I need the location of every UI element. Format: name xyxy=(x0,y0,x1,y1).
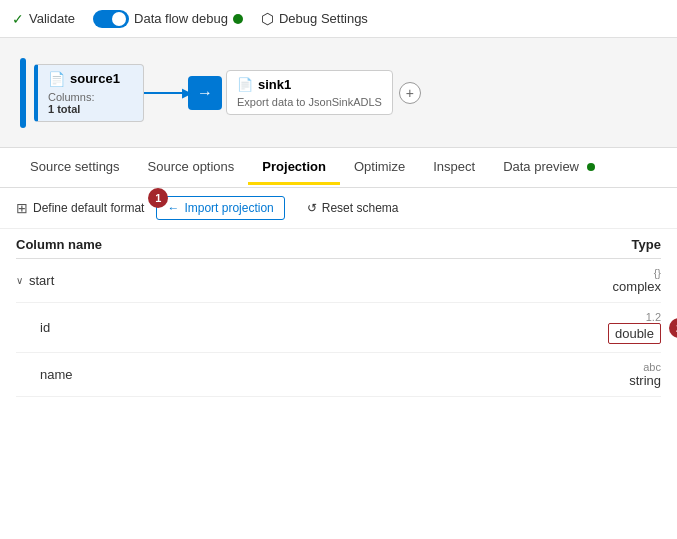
tab-inspect[interactable]: Inspect xyxy=(419,151,489,185)
data-preview-dot xyxy=(587,163,595,171)
badge-2: 2 xyxy=(669,318,677,338)
col-name-start: ∨ start xyxy=(16,273,54,288)
col-type-start: {} complex xyxy=(581,267,661,294)
reset-icon: ↺ xyxy=(307,201,317,215)
define-label: Define default format xyxy=(33,201,144,215)
source-file-icon: 📄 xyxy=(48,71,65,87)
source-columns-label: Columns: 1 total xyxy=(48,91,133,115)
import-label: Import projection xyxy=(184,201,273,215)
source-node[interactable]: 📄 source1 Columns: 1 total xyxy=(34,64,144,122)
define-default-format-button[interactable]: ⊞ Define default format xyxy=(16,200,144,216)
tab-source-options[interactable]: Source options xyxy=(134,151,249,185)
define-icon: ⊞ xyxy=(16,200,28,216)
schema-row-name[interactable]: name abc string xyxy=(16,353,661,397)
canvas-left-indicator xyxy=(20,58,26,128)
canvas-area: 📄 source1 Columns: 1 total ▶ → 📄 sink1 E… xyxy=(0,38,677,148)
schema-row-start[interactable]: ∨ start {} complex xyxy=(16,259,661,303)
action-bar: ⊞ Define default format 1 ← Import proje… xyxy=(0,188,677,229)
debug-toggle[interactable] xyxy=(93,10,129,28)
type-name-name: string xyxy=(629,373,661,388)
reset-schema-button[interactable]: ↺ Reset schema xyxy=(297,197,409,219)
add-icon: + xyxy=(406,85,414,101)
import-projection-button[interactable]: ← Import projection xyxy=(156,196,284,220)
validate-check-icon: ✓ xyxy=(12,11,24,27)
debug-label: Data flow debug xyxy=(134,11,228,26)
type-name-start: complex xyxy=(613,279,661,294)
source-columns-value: 1 total xyxy=(48,103,80,115)
sink-node-name: sink1 xyxy=(258,77,291,92)
arrow-line: ▶ xyxy=(144,92,184,94)
type-icon-id: 1.2 xyxy=(581,311,661,323)
chevron-down-icon: ∨ xyxy=(16,275,23,286)
debug-settings-icon: ⬡ xyxy=(261,10,274,28)
tab-source-settings[interactable]: Source settings xyxy=(16,151,134,185)
reset-label: Reset schema xyxy=(322,201,399,215)
toolbar: ✓ Validate Data flow debug ⬡ Debug Setti… xyxy=(0,0,677,38)
field-name-name: name xyxy=(40,367,73,382)
type-icon-name: abc xyxy=(581,361,661,373)
arrow-head: ▶ xyxy=(182,85,192,100)
col-type-id: 1.2 double 2 xyxy=(581,311,661,344)
sink-node[interactable]: 📄 sink1 Export data to JsonSinkADLS xyxy=(226,70,393,115)
sink-arrow-icon: → xyxy=(197,84,213,102)
arrow-connector: ▶ xyxy=(144,92,184,94)
tabs-bar: Source settings Source options Projectio… xyxy=(0,148,677,188)
type-icon-start: {} xyxy=(581,267,661,279)
type-name-id: double xyxy=(608,323,661,344)
col-type-name: abc string xyxy=(581,361,661,388)
debug-status-dot xyxy=(233,14,243,24)
col-name-id: id xyxy=(16,320,50,335)
sink-file-icon: 📄 xyxy=(237,77,253,92)
add-node-button[interactable]: + xyxy=(399,82,421,104)
type-header: Type xyxy=(632,237,661,252)
col-header: Column name xyxy=(16,237,102,252)
schema-row-id[interactable]: id 1.2 double 2 xyxy=(16,303,661,353)
field-name-id: id xyxy=(40,320,50,335)
schema-header-row: Column name Type xyxy=(16,229,661,259)
debug-settings-item[interactable]: ⬡ Debug Settings xyxy=(261,10,368,28)
tab-data-preview[interactable]: Data preview xyxy=(489,151,609,185)
validate-item[interactable]: ✓ Validate xyxy=(12,11,75,27)
col-name-name: name xyxy=(16,367,73,382)
tab-projection[interactable]: Projection xyxy=(248,151,340,185)
tab-optimize[interactable]: Optimize xyxy=(340,151,419,185)
sink-description: Export data to JsonSinkADLS xyxy=(237,96,382,108)
import-projection-group: 1 ← Import projection xyxy=(156,196,284,220)
field-name-start: start xyxy=(29,273,54,288)
import-icon: ← xyxy=(167,201,179,215)
sink-icon-box[interactable]: → xyxy=(188,76,222,110)
debug-settings-label: Debug Settings xyxy=(279,11,368,26)
schema-table: Column name Type ∨ start {} complex id 1… xyxy=(0,229,677,397)
source-node-name: source1 xyxy=(70,71,120,86)
debug-toggle-item[interactable]: Data flow debug xyxy=(93,10,243,28)
validate-label: Validate xyxy=(29,11,75,26)
